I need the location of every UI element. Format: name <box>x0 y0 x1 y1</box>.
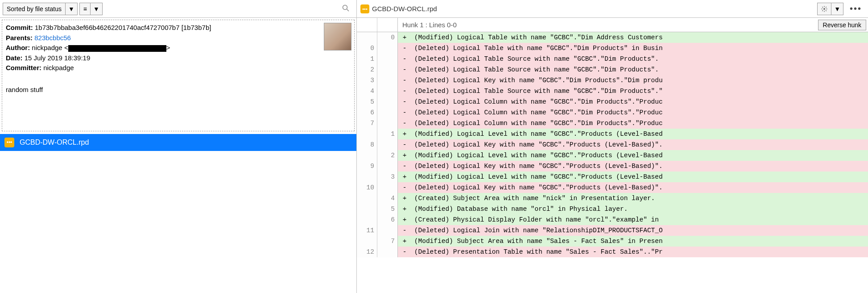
more-icon[interactable]: ••• <box>847 4 864 14</box>
author-email-redacted <box>68 45 166 52</box>
right-toolbar: ••• GCBD-DW-ORCL.rpd ▼ ••• <box>357 0 868 18</box>
view-split-button[interactable]: ≡ ▼ <box>79 3 103 15</box>
gear-split-button[interactable]: ▼ <box>817 3 843 15</box>
diff-text: - (Deleted) Logical Column with name "GC… <box>398 118 868 129</box>
diff-text: - (Deleted) Logical Key with name "GCBC"… <box>398 139 868 150</box>
hunk-header: Hunk 1 : Lines 0-0 Reverse hunk <box>357 18 868 32</box>
diff-line[interactable]: 6 + (Created) Physical Display Folder wi… <box>357 214 868 225</box>
gutter-old: 5 <box>357 96 377 107</box>
file-name: GCBD-DW-ORCL.rpd <box>20 138 89 146</box>
svg-line-9 <box>826 7 827 8</box>
commit-hash-short: [1b73b7b] <box>182 24 211 31</box>
committer-name: nickpadge <box>43 64 74 71</box>
diff-view[interactable]: 0 + (Modified) Logical Table with name "… <box>357 32 868 293</box>
gutter-new: 7 <box>377 236 398 247</box>
committer-label: Committer: <box>6 64 41 71</box>
diff-line[interactable]: 7 - (Deleted) Logical Column with name "… <box>357 118 868 129</box>
list-view-icon[interactable]: ≡ <box>79 3 90 15</box>
diff-line[interactable]: 9 - (Deleted) Logical Key with name "GCB… <box>357 161 868 172</box>
gutter-old: 3 <box>357 75 377 86</box>
gutter-old: 11 <box>357 225 377 236</box>
gutter-old <box>357 193 377 204</box>
gutter-new <box>377 225 398 236</box>
gutter-old: 1 <box>357 54 377 64</box>
diff-line[interactable]: 12 - (Deleted) Presentation Table with n… <box>357 247 868 257</box>
file-list-item[interactable]: ••• GCBD-DW-ORCL.rpd <box>0 134 356 151</box>
gutter-old: 10 <box>357 182 377 193</box>
diff-text: - (Deleted) Logical Column with name "GC… <box>398 107 868 118</box>
gear-caret[interactable]: ▼ <box>831 3 843 15</box>
gutter-new: 1 <box>377 129 398 139</box>
diff-text: - (Deleted) Logical Key with name "GCBC"… <box>398 75 868 86</box>
gutter-old <box>357 129 377 139</box>
gutter-old <box>357 172 377 182</box>
svg-point-0 <box>343 5 347 9</box>
commit-date: 15 July 2019 18:39:19 <box>25 54 91 62</box>
diff-line[interactable]: 5 + (Modified) Database with name "orcl"… <box>357 204 868 214</box>
commit-label: Commit: <box>6 24 33 31</box>
diff-line[interactable]: 0 + (Modified) Logical Table with name "… <box>357 32 868 43</box>
diff-line[interactable]: 11 - (Deleted) Logical Join with name "R… <box>357 225 868 236</box>
diff-text: - (Deleted) Logical Join with name "Rela… <box>398 225 868 236</box>
diff-text: - (Deleted) Logical Column with name "GC… <box>398 96 868 107</box>
gutter-old <box>357 214 377 225</box>
gutter-new: 2 <box>377 150 398 161</box>
diff-line[interactable]: 5 - (Deleted) Logical Column with name "… <box>357 96 868 107</box>
reverse-hunk-button[interactable]: Reverse hunk <box>818 20 866 30</box>
diff-line[interactable]: 1 - (Deleted) Logical Table Source with … <box>357 54 868 64</box>
gutter-new <box>377 161 398 172</box>
view-caret[interactable]: ▼ <box>90 3 103 15</box>
gutter-new <box>377 96 398 107</box>
diff-text: + (Modified) Subject Area with name "Sal… <box>398 236 868 247</box>
gear-icon[interactable] <box>817 3 831 15</box>
gutter-new <box>377 54 398 64</box>
diff-line[interactable]: 2 - (Deleted) Logical Table Source with … <box>357 64 868 75</box>
parent-link[interactable]: 823bcbbc56 <box>34 34 71 42</box>
diff-line[interactable]: 6 - (Deleted) Logical Column with name "… <box>357 107 868 118</box>
diff-line[interactable]: 4 + (Created) Subject Area with name "ni… <box>357 193 868 204</box>
diff-line[interactable]: 1 + (Modified) Logical Level with name "… <box>357 129 868 139</box>
svg-point-2 <box>823 8 825 10</box>
gutter-new <box>377 118 398 129</box>
diff-line[interactable]: 10 - (Deleted) Logical Key with name "GC… <box>357 182 868 193</box>
commit-details: Commit: 1b73b7bbaba3ef66b46262201740acf4… <box>2 20 355 131</box>
diff-line[interactable]: 4 - (Deleted) Logical Table Source with … <box>357 86 868 96</box>
diff-text: + (Modified) Database with name "orcl" i… <box>398 204 868 214</box>
gutter-old: 2 <box>357 64 377 75</box>
gutter-new: 6 <box>377 214 398 225</box>
gutter-new <box>377 86 398 96</box>
gutter-old: 7 <box>357 118 377 129</box>
diff-line[interactable]: 7 + (Modified) Subject Area with name "S… <box>357 236 868 247</box>
gutter-old: 12 <box>357 247 377 257</box>
sort-split-button[interactable]: Sorted by file status ▼ <box>3 3 78 15</box>
gutter-old: 6 <box>357 107 377 118</box>
diff-text: + (Created) Physical Display Folder with… <box>398 214 868 225</box>
diff-line[interactable]: 2 + (Modified) Logical Level with name "… <box>357 150 868 161</box>
gutter-new: 5 <box>377 204 398 214</box>
diff-text: + (Modified) Logical Level with name "GC… <box>398 172 868 182</box>
gutter-new <box>377 247 398 257</box>
gutter-new <box>377 64 398 75</box>
commit-message: random stuff <box>6 85 351 95</box>
left-toolbar: Sorted by file status ▼ ≡ ▼ <box>0 0 356 18</box>
gutter-new <box>377 139 398 150</box>
gutter-new <box>377 43 398 54</box>
gutter-old: 4 <box>357 86 377 96</box>
sort-button[interactable]: Sorted by file status <box>3 3 65 15</box>
diff-text: - (Deleted) Logical Table Source with na… <box>398 64 868 75</box>
gutter-old: 0 <box>357 43 377 54</box>
svg-line-7 <box>822 7 823 8</box>
diff-line[interactable]: 8 - (Deleted) Logical Key with name "GCB… <box>357 139 868 150</box>
diff-line[interactable]: 3 + (Modified) Logical Level with name "… <box>357 172 868 182</box>
diff-text: + (Modified) Logical Table with name "GC… <box>398 32 868 43</box>
diff-text: + (Modified) Logical Level with name "GC… <box>398 150 868 161</box>
left-panel: Sorted by file status ▼ ≡ ▼ Commit: 1b73… <box>0 0 357 293</box>
author-label: Author: <box>6 44 30 51</box>
diff-line[interactable]: 3 - (Deleted) Logical Key with name "GCB… <box>357 75 868 86</box>
gutter-old <box>357 150 377 161</box>
gutter-new <box>377 107 398 118</box>
diff-line[interactable]: 0 - (Deleted) Logical Table with name "G… <box>357 43 868 54</box>
sort-caret[interactable]: ▼ <box>65 3 78 15</box>
diff-text: - (Deleted) Logical Key with name "GCBC"… <box>398 161 868 172</box>
search-icon[interactable] <box>338 2 354 16</box>
